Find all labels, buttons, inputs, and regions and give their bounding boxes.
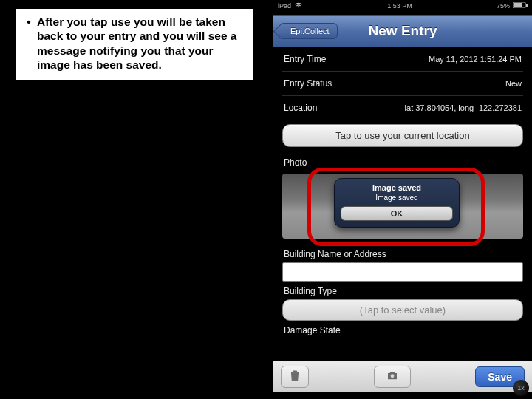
photo-thumbnail-area[interactable]: Image saved Image saved OK — [282, 174, 523, 239]
svg-rect-2 — [526, 4, 528, 7]
form-area: Entry Time May 11, 2012 1:51:24 PM Entry… — [273, 47, 532, 338]
back-button[interactable]: Epi.Collect — [279, 23, 338, 39]
back-button-label: Epi.Collect — [290, 27, 330, 35]
save-button-label: Save — [488, 371, 512, 383]
carrier-label: iPad — [278, 2, 291, 10]
label-entry-status: Entry Status — [284, 78, 332, 89]
label-damage-state: Damage State — [282, 321, 523, 338]
value-entry-status: New — [505, 79, 522, 88]
camera-icon — [386, 369, 399, 384]
svg-point-3 — [390, 374, 394, 378]
building-type-placeholder: (Tap to select value) — [360, 304, 446, 316]
image-saved-alert: Image saved Image saved OK — [334, 178, 460, 228]
wifi-icon — [294, 2, 303, 10]
label-building-type: Building Type — [282, 282, 523, 299]
value-location: lat 37.804054, long -122.272381 — [405, 103, 522, 112]
bullet-icon: • — [21, 15, 37, 72]
alert-message: Image saved — [341, 194, 453, 202]
building-type-select[interactable]: (Tap to select value) — [282, 299, 523, 321]
svg-rect-1 — [514, 3, 522, 7]
label-entry-time: Entry Time — [284, 54, 326, 64]
zoom-indicator[interactable]: 1x — [513, 380, 529, 396]
alert-title: Image saved — [341, 183, 453, 192]
use-location-button[interactable]: Tap to use your current location — [282, 124, 523, 147]
label-location: Location — [284, 103, 317, 113]
building-name-input[interactable] — [282, 262, 523, 282]
row-entry-status[interactable]: Entry Status New — [282, 72, 523, 96]
status-time: 1:53 PM — [387, 2, 412, 10]
row-location[interactable]: Location lat 37.804054, long -122.272381 — [282, 96, 523, 120]
status-bar: iPad 1:53 PM 75% — [273, 0, 532, 12]
battery-icon — [513, 2, 528, 10]
value-entry-time: May 11, 2012 1:51:24 PM — [429, 55, 522, 64]
label-building-name: Building Name or Address — [282, 245, 523, 262]
bottom-toolbar: Save — [273, 361, 532, 392]
row-entry-time[interactable]: Entry Time May 11, 2012 1:51:24 PM — [282, 47, 523, 72]
delete-button[interactable] — [281, 366, 309, 388]
instruction-panel: • After you tap use you will be taken ba… — [16, 9, 253, 80]
zoom-label: 1x — [517, 384, 525, 392]
alert-ok-button[interactable]: OK — [341, 206, 453, 221]
alert-ok-label: OK — [391, 209, 403, 218]
trash-icon — [288, 369, 301, 384]
device-frame: iPad 1:53 PM 75% Epi.Collect New Entry — [273, 0, 532, 399]
camera-button[interactable] — [374, 366, 411, 388]
battery-pct: 75% — [497, 2, 510, 10]
use-location-label: Tap to use your current location — [335, 130, 469, 141]
navbar: Epi.Collect New Entry — [273, 15, 532, 47]
instruction-text: After you tap use you will be taken back… — [37, 15, 245, 72]
